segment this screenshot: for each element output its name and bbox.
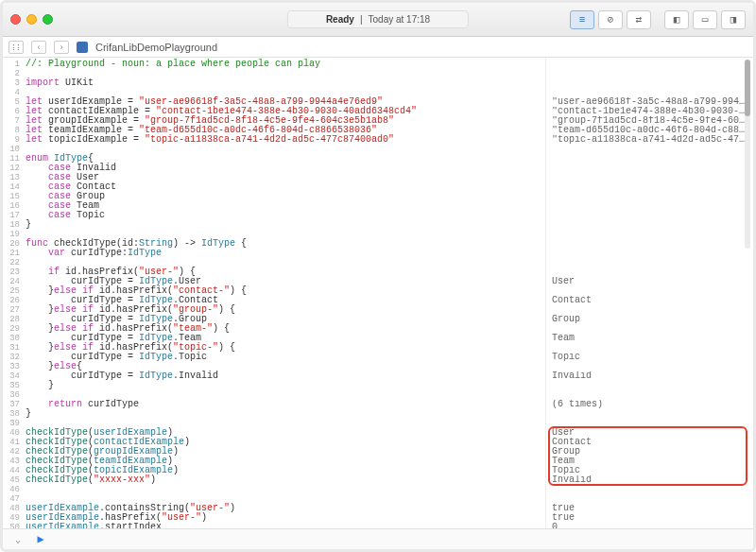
activity-status: Ready | Today at 17:18 <box>287 10 469 28</box>
code-line[interactable]: case Invalid <box>26 164 541 173</box>
result-line <box>552 324 747 334</box>
line-number: 25 <box>3 286 20 296</box>
results-highlight-box <box>548 426 747 486</box>
code-line[interactable]: curIdType = IdType.Invalid <box>26 371 541 381</box>
code-line[interactable]: //: Playground - noun: a place where peo… <box>26 60 541 69</box>
line-number: 47 <box>3 494 20 504</box>
line-number: 28 <box>3 315 20 324</box>
line-number: 2 <box>3 69 20 78</box>
scrollbar-thumb[interactable] <box>745 60 750 116</box>
result-line <box>552 286 747 296</box>
line-number: 23 <box>3 267 20 277</box>
result-line <box>552 60 747 69</box>
result-line <box>552 69 747 78</box>
line-number: 15 <box>3 192 20 201</box>
code-line[interactable]: var curIdType:IdType <box>26 249 541 258</box>
back-button[interactable]: ‹ <box>31 41 46 54</box>
result-line <box>552 211 747 220</box>
code-line[interactable] <box>26 145 541 154</box>
line-number: 3 <box>3 78 20 88</box>
window-titlebar: Ready | Today at 17:18 ≡ ⊘ ⇄ ◧ ▭ ◨ <box>3 3 753 37</box>
code-line[interactable]: } <box>26 381 541 390</box>
result-line: User <box>552 277 747 286</box>
result-line <box>552 145 747 154</box>
jump-bar-file[interactable]: CrifanLibDemoPlayground <box>95 42 217 53</box>
result-line <box>552 182 747 192</box>
status-label: Ready <box>326 14 354 25</box>
line-number: 42 <box>3 447 20 457</box>
toolbar-right: ≡ ⊘ ⇄ ◧ ▭ ◨ <box>570 10 746 29</box>
debug-output-toggle[interactable]: ⌄ <box>10 533 26 546</box>
line-number: 45 <box>3 475 20 485</box>
code-line[interactable]: checkIdType("xxxx-xxx") <box>26 475 541 485</box>
debug-bar: ⌄ ▶ <box>3 528 753 549</box>
code-line[interactable]: return curIdType <box>26 400 541 409</box>
result-line: true <box>552 504 747 513</box>
line-number: 35 <box>3 381 20 390</box>
line-number: 20 <box>3 239 20 249</box>
line-number: 29 <box>3 324 20 334</box>
line-number: 9 <box>3 135 20 145</box>
result-line <box>552 220 747 230</box>
line-number: 37 <box>3 400 20 409</box>
line-number: 17 <box>3 211 20 220</box>
toggle-navigator-button[interactable]: ◧ <box>664 10 689 29</box>
editor-mode-version-button[interactable]: ⇄ <box>627 10 651 29</box>
result-line: Team <box>552 334 747 343</box>
code-line[interactable] <box>26 69 541 78</box>
line-number: 40 <box>3 428 20 438</box>
source-editor[interactable]: //: Playground - noun: a place where peo… <box>24 58 545 528</box>
result-line: true <box>552 513 747 523</box>
line-number: 1 <box>3 60 20 69</box>
result-line <box>552 343 747 353</box>
line-number: 4 <box>3 88 20 97</box>
line-number: 34 <box>3 371 20 381</box>
code-line[interactable] <box>26 485 541 494</box>
code-line[interactable]: case Group <box>26 192 541 201</box>
line-number: 14 <box>3 182 20 192</box>
line-number: 13 <box>3 173 20 182</box>
line-number: 32 <box>3 353 20 362</box>
line-number: 39 <box>3 419 20 428</box>
line-number: 44 <box>3 466 20 475</box>
toggle-debug-area-button[interactable]: ▭ <box>693 10 717 29</box>
result-line <box>552 258 747 267</box>
editor-mode-standard-button[interactable]: ≡ <box>570 10 594 29</box>
result-line: "team-d655d10c-a0dc-46f6-804d-c886653803… <box>552 126 747 135</box>
line-number: 8 <box>3 126 20 135</box>
run-playground-button[interactable]: ▶ <box>33 533 48 546</box>
line-number: 33 <box>3 362 20 371</box>
editor-mode-assistant-button[interactable]: ⊘ <box>598 10 623 29</box>
code-line[interactable]: curIdType = IdType.Topic <box>26 353 541 362</box>
zoom-window-button[interactable] <box>43 14 53 25</box>
swift-file-icon <box>77 42 88 53</box>
close-window-button[interactable] <box>10 14 21 25</box>
line-number: 41 <box>3 438 20 447</box>
minimize-window-button[interactable] <box>26 14 37 25</box>
editor-area: 1234567891011121314151617181920212223242… <box>3 58 753 528</box>
forward-button[interactable]: › <box>54 41 69 54</box>
line-number: 27 <box>3 305 20 315</box>
result-line <box>552 381 747 390</box>
line-number: 36 <box>3 390 20 400</box>
code-line[interactable]: } <box>26 409 541 419</box>
result-line <box>552 249 747 258</box>
result-line <box>552 154 747 164</box>
result-line <box>552 409 747 419</box>
line-number: 31 <box>3 343 20 353</box>
code-line[interactable]: case Topic <box>26 211 541 220</box>
result-line <box>552 78 747 88</box>
line-number: 43 <box>3 457 20 466</box>
code-line[interactable]: let topicIdExample = "topic-a11838ca-a74… <box>26 135 541 145</box>
line-number: 19 <box>3 230 20 239</box>
result-line: Group <box>552 315 747 324</box>
line-number: 24 <box>3 277 20 286</box>
result-line <box>552 164 747 173</box>
result-line <box>552 485 747 494</box>
code-line[interactable]: } <box>26 220 541 230</box>
related-items-button[interactable]: ⫶⫶ <box>9 41 24 54</box>
code-line[interactable]: import UIKit <box>26 78 541 88</box>
line-number: 22 <box>3 258 20 267</box>
toggle-utilities-button[interactable]: ◨ <box>721 10 746 29</box>
result-line: "group-7f1ad5cd-8f18-4c5e-9fe4-604c3e5b1… <box>552 116 747 126</box>
